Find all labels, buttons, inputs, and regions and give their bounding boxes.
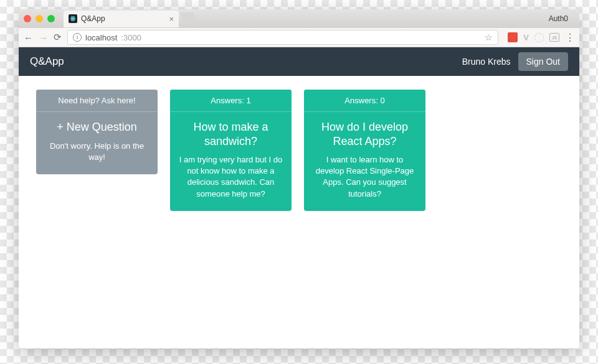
url-host: localhost [85,33,117,42]
tab-title: Q&App [81,14,105,23]
user-name-label: Bruno Krebs [462,57,511,67]
site-info-icon[interactable]: i [73,33,82,42]
reload-button[interactable]: ⟳ [54,32,62,43]
bookmark-star-icon[interactable]: ☆ [485,32,493,42]
forward-button[interactable]: → [39,32,48,43]
minimize-window-button[interactable] [36,15,43,22]
card-header: Need help? Ask here! [36,90,158,112]
extension-icon[interactable] [508,32,518,42]
extension-icons: V JS ⋮ [508,32,574,44]
browser-window: Q&App × Auth0 ← → ⟳ i localhost:3000 ☆ V… [19,9,579,348]
maximize-window-button[interactable] [47,15,55,22]
question-title: How to make a sandwich? [179,120,283,148]
vue-devtools-icon[interactable]: V [523,33,529,42]
react-favicon-icon [69,14,77,23]
close-tab-icon[interactable]: × [169,15,174,23]
window-controls [24,15,55,22]
extension-icon[interactable] [534,33,544,42]
address-bar[interactable]: i localhost:3000 ☆ [67,30,498,45]
browser-toolbar: ← → ⟳ i localhost:3000 ☆ V JS ⋮ [19,28,579,47]
card-title: + New Question [45,120,149,134]
back-button[interactable]: ← [24,32,33,43]
extension-icon[interactable]: JS [549,33,559,42]
browser-tab[interactable]: Q&App × [64,11,179,27]
answers-count-label: Answers: 0 [304,90,425,112]
browser-profile-label[interactable]: Auth0 [549,14,568,23]
page-viewport: Q&App Bruno Krebs Sign Out Need help? As… [19,47,579,348]
browser-tab-bar: Q&App × Auth0 [19,9,579,28]
sign-out-button[interactable]: Sign Out [518,52,568,71]
card-text: Don't worry. Help is on the way! [45,141,149,163]
brand-title[interactable]: Q&App [30,55,64,68]
svg-point-0 [72,18,74,19]
app-navbar: Q&App Bruno Krebs Sign Out [19,47,579,76]
close-window-button[interactable] [24,15,31,22]
new-question-card[interactable]: Need help? Ask here! + New Question Don'… [36,90,158,174]
new-tab-button[interactable] [179,12,199,25]
question-card[interactable]: Answers: 1 How to make a sandwich? I am … [170,90,292,211]
menu-dots-icon[interactable]: ⋮ [565,32,574,44]
answers-count-label: Answers: 1 [170,90,292,112]
url-port: :3000 [121,33,141,42]
question-text: I am trying very hard but I do not know … [179,154,283,200]
cards-container: Need help? Ask here! + New Question Don'… [19,76,579,225]
question-card[interactable]: Answers: 0 How do I develop React Apps? … [304,90,425,211]
question-text: I want to learn how to develop React Sin… [313,154,417,200]
question-title: How do I develop React Apps? [313,120,417,148]
